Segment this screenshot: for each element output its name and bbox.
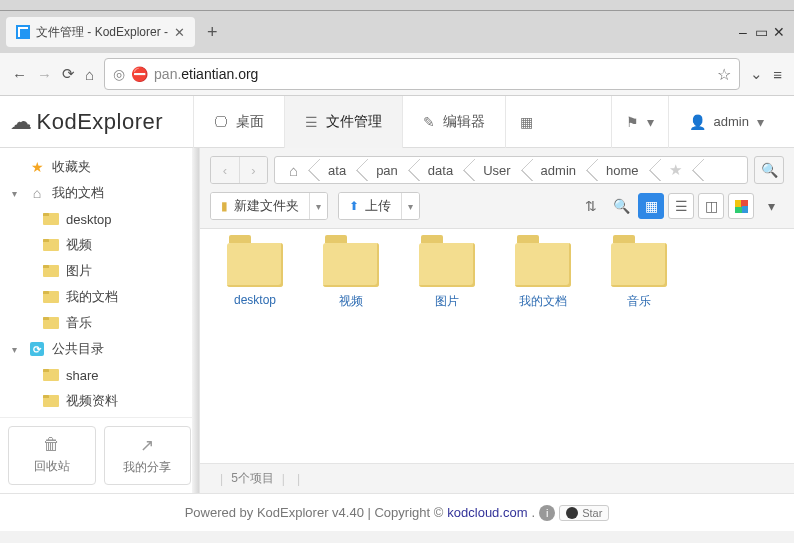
tab-editor[interactable]: ✎ 编辑器 <box>402 96 505 148</box>
history-back-icon[interactable]: ‹ <box>211 157 239 183</box>
tree-item[interactable]: 视频资料 <box>0 388 185 414</box>
cloud-icon: ☁ <box>10 109 33 135</box>
status-bar: | 5个项目 | | <box>200 463 794 493</box>
tab-desktop-label: 桌面 <box>236 113 264 131</box>
folder-item[interactable]: 我的文档 <box>498 243 588 310</box>
folder-icon <box>611 243 667 287</box>
recycle-label: 回收站 <box>34 458 70 475</box>
upload-button[interactable]: ⬆ 上传 <box>339 193 401 219</box>
view-split-icon[interactable]: ◫ <box>698 193 724 219</box>
breadcrumb-item[interactable]: home <box>592 157 655 183</box>
tree-favorites[interactable]: ★ 收藏夹 <box>0 154 185 180</box>
tree-item[interactable]: 我的文档 <box>0 284 185 310</box>
item-count-text: 5个项目 <box>231 470 274 487</box>
tab-files[interactable]: ☰ 文件管理 <box>284 96 402 148</box>
collapse-icon[interactable]: ▾ <box>12 188 17 199</box>
public-icon: ⟳ <box>30 342 44 356</box>
history-forward-icon[interactable]: › <box>239 157 267 183</box>
nav-back-icon[interactable]: ← <box>12 66 27 83</box>
github-star-label: Star <box>582 507 602 519</box>
tree-mydocs-label: 我的文档 <box>52 184 104 202</box>
breadcrumb-item[interactable]: User <box>469 157 526 183</box>
tree-mydocs[interactable]: ▾ ⌂ 我的文档 <box>0 180 185 206</box>
folder-item[interactable]: 音乐 <box>594 243 684 310</box>
brand-logo[interactable]: ☁ KodExplorer <box>10 109 163 135</box>
pocket-icon[interactable]: ⌄ <box>750 65 763 83</box>
flag-menu[interactable]: ⚑ ▾ <box>611 96 668 148</box>
folder-name: 音乐 <box>627 293 651 310</box>
tree-item[interactable]: desktop <box>0 206 185 232</box>
bookmark-star-icon[interactable]: ☆ <box>717 65 731 84</box>
close-tab-icon[interactable]: ✕ <box>174 25 185 40</box>
github-star-button[interactable]: Star <box>559 505 609 521</box>
breadcrumb-fav-icon[interactable]: ★ <box>655 157 698 183</box>
footer-link[interactable]: kodcloud.com <box>447 505 527 520</box>
view-list-icon[interactable]: ☰ <box>668 193 694 219</box>
folder-item[interactable]: desktop <box>210 243 300 310</box>
sort-icon[interactable]: ⇅ <box>578 193 604 219</box>
file-grid[interactable]: desktop 视频 图片 我的文档 音乐 <box>200 228 794 463</box>
folder-icon <box>43 213 59 225</box>
user-menu[interactable]: 👤 admin ▾ <box>668 96 784 148</box>
folder-icon <box>43 265 59 277</box>
new-folder-label: 新建文件夹 <box>234 197 299 215</box>
folder-icon <box>43 395 59 407</box>
breadcrumb-item[interactable]: pan <box>362 157 414 183</box>
my-share-label: 我的分享 <box>123 459 171 476</box>
footer-text: Powered by KodExplorer v4.40 | Copyright… <box>185 505 444 520</box>
chevron-down-icon: ▾ <box>757 114 764 130</box>
insecure-lock-icon[interactable]: ⛔ <box>131 66 154 82</box>
info-icon[interactable]: i <box>539 505 555 521</box>
tracking-shield-icon[interactable]: ◎ <box>113 66 131 82</box>
folder-item[interactable]: 视频 <box>306 243 396 310</box>
folder-icon: ▮ <box>221 199 228 213</box>
my-share-button[interactable]: ↗ 我的分享 <box>104 426 192 485</box>
new-folder-button[interactable]: ▮ 新建文件夹 <box>211 193 309 219</box>
ff-menu-icon[interactable]: ≡ <box>773 66 782 83</box>
share-icon: ↗ <box>140 435 154 456</box>
folder-name: 我的文档 <box>519 293 567 310</box>
tree-item-label: 图片 <box>66 262 92 280</box>
browser-tab-active[interactable]: 文件管理 - KodExplorer - ✕ <box>6 17 195 47</box>
tab-desktop[interactable]: 🖵 桌面 <box>193 96 284 148</box>
recycle-bin-button[interactable]: 🗑 回收站 <box>8 426 96 485</box>
breadcrumb-item[interactable]: admin <box>527 157 592 183</box>
breadcrumb-item[interactable]: ata <box>314 157 362 183</box>
url-input[interactable]: ◎ ⛔ pan.etiantian.org ☆ <box>104 58 740 90</box>
tree-public[interactable]: ▾ ⟳ 公共目录 <box>0 336 185 362</box>
window-min-icon[interactable]: – <box>734 24 752 40</box>
view-settings-icon[interactable] <box>728 193 754 219</box>
sidebar-scrollbar[interactable] <box>192 148 199 493</box>
view-settings-dropdown[interactable]: ▾ <box>758 193 784 219</box>
folder-name: 图片 <box>435 293 459 310</box>
window-max-icon[interactable]: ▭ <box>752 24 770 40</box>
view-grid-icon[interactable]: ▦ <box>638 193 664 219</box>
collapse-icon[interactable]: ▾ <box>12 344 17 355</box>
breadcrumb-item[interactable]: data <box>414 157 469 183</box>
tree-item-label: 视频资料 <box>66 392 118 410</box>
breadcrumb-home[interactable]: ⌂ <box>275 157 314 183</box>
tree-item[interactable]: share <box>0 362 185 388</box>
tab-files-label: 文件管理 <box>326 113 382 131</box>
user-name: admin <box>714 114 749 129</box>
tree-item[interactable]: 图片 <box>0 258 185 284</box>
tree-item[interactable]: 音乐 <box>0 310 185 336</box>
folder-name: desktop <box>234 293 276 307</box>
upload-dropdown[interactable]: ▾ <box>401 193 419 219</box>
tree-item[interactable]: 视频 <box>0 232 185 258</box>
monitor-icon: 🖵 <box>214 114 228 130</box>
tab-apps[interactable]: ▦ <box>505 96 547 148</box>
zoom-icon[interactable]: 🔍 <box>608 193 634 219</box>
nav-reload-icon[interactable]: ⟳ <box>62 65 75 83</box>
nav-home-icon[interactable]: ⌂ <box>85 66 94 83</box>
folder-icon <box>419 243 475 287</box>
search-button[interactable]: 🔍 <box>754 156 784 184</box>
tab-favicon <box>16 25 30 39</box>
new-tab-button[interactable]: + <box>207 22 218 43</box>
upload-icon: ⬆ <box>349 199 359 213</box>
edit-icon: ✎ <box>423 114 435 130</box>
folder-icon <box>43 369 59 381</box>
new-folder-dropdown[interactable]: ▾ <box>309 193 327 219</box>
folder-item[interactable]: 图片 <box>402 243 492 310</box>
window-close-icon[interactable]: ✕ <box>770 24 788 40</box>
